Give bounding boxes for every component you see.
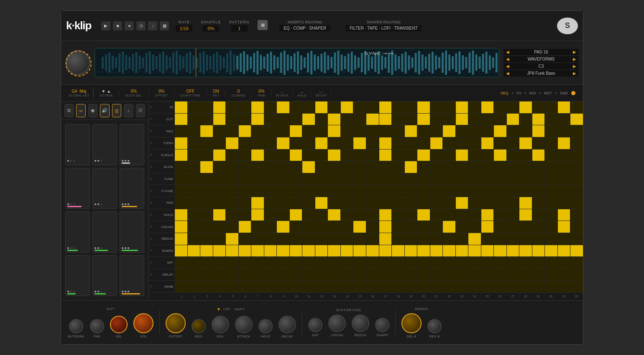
seq-cell-12-26[interactable]	[507, 245, 519, 257]
seq-cell-0-26[interactable]	[507, 101, 519, 113]
seq-cell-2-21[interactable]	[443, 125, 455, 137]
seq-cell-3-16[interactable]	[379, 137, 392, 149]
seq-cell-7-31[interactable]	[570, 185, 583, 197]
seq-cell-11-27[interactable]	[519, 233, 532, 245]
seq-cell-13-22[interactable]	[456, 257, 468, 269]
seq-cell-14-21[interactable]	[443, 269, 455, 281]
seq-cell-0-31[interactable]	[570, 101, 583, 113]
seq-cell-4-10[interactable]	[302, 150, 315, 161]
seq-cell-4-22[interactable]	[456, 150, 468, 161]
seq-cell-9-26[interactable]	[507, 209, 519, 221]
seq-cell-14-24[interactable]	[481, 269, 494, 281]
seq-cell-15-13[interactable]	[341, 281, 353, 292]
seq-cell-10-27[interactable]	[519, 221, 532, 233]
seq-cell-11-30[interactable]	[558, 233, 570, 245]
row-redux-x[interactable]: ✕	[150, 237, 152, 241]
seq-cell-8-0[interactable]	[175, 197, 187, 209]
seq-cell-14-26[interactable]	[507, 269, 519, 281]
seq-cell-1-23[interactable]	[468, 114, 481, 125]
seq-cell-10-6[interactable]	[251, 221, 264, 233]
seq-cell-4-1[interactable]	[188, 150, 200, 161]
seq-cell-15-16[interactable]	[379, 281, 392, 292]
seq-cell-4-27[interactable]	[519, 150, 532, 161]
seq-cell-12-2[interactable]	[200, 245, 213, 257]
seq-cell-1-4[interactable]	[226, 114, 238, 125]
sat-knob[interactable]	[308, 318, 322, 332]
seq-cell-4-28[interactable]	[532, 150, 545, 161]
seq-cell-0-8[interactable]	[277, 101, 289, 113]
seq-cell-6-26[interactable]	[507, 173, 519, 185]
seq-cell-13-19[interactable]	[417, 257, 430, 269]
seq-cell-10-12[interactable]	[328, 221, 340, 233]
seq-cell-10-22[interactable]	[456, 221, 468, 233]
seq-cell-12-5[interactable]	[239, 245, 251, 257]
seq-cell-7-25[interactable]	[494, 185, 506, 197]
pad-8[interactable]	[92, 211, 117, 253]
seq-cell-5-12[interactable]	[328, 161, 340, 173]
seq-cell-3-10[interactable]	[302, 137, 315, 149]
seq-cell-11-23[interactable]	[468, 233, 481, 245]
seq-cell-15-14[interactable]	[353, 281, 366, 292]
seq-cell-5-8[interactable]	[277, 161, 289, 173]
seq-cell-10-4[interactable]	[226, 221, 238, 233]
seq-cell-4-13[interactable]	[341, 150, 353, 161]
seq-cell-3-30[interactable]	[558, 137, 570, 149]
seq-cell-9-29[interactable]	[545, 209, 557, 221]
seq-cell-9-10[interactable]	[302, 209, 315, 221]
seq-cell-8-9[interactable]	[290, 197, 302, 209]
pad-5[interactable]	[92, 168, 117, 209]
seq-cell-12-16[interactable]	[379, 245, 392, 257]
seq-cell-2-28[interactable]	[532, 125, 545, 137]
seq-cell-5-26[interactable]	[507, 161, 519, 173]
seq-cell-11-9[interactable]	[290, 233, 302, 245]
pattern-btn[interactable]: ▦	[160, 21, 169, 30]
seq-cell-1-1[interactable]	[188, 114, 200, 125]
seq-cell-15-25[interactable]	[494, 281, 506, 292]
play-button[interactable]: ▶	[101, 21, 110, 30]
seq-cell-15-30[interactable]	[558, 281, 570, 292]
seq-cell-1-7[interactable]	[264, 114, 277, 125]
seq-cell-13-27[interactable]	[519, 257, 532, 269]
seq-cell-11-4[interactable]	[226, 233, 238, 245]
seq-cell-11-8[interactable]	[277, 233, 289, 245]
seq-cell-10-11[interactable]	[315, 221, 328, 233]
seq-cell-8-29[interactable]	[545, 197, 557, 209]
pad-name-row[interactable]: ◀ PAD 16 ▶	[503, 49, 579, 55]
pad-12[interactable]	[120, 255, 144, 297]
seq-cell-10-2[interactable]	[200, 221, 213, 233]
seq-cell-12-4[interactable]	[226, 245, 238, 257]
seq-cell-15-17[interactable]	[392, 281, 404, 292]
seq-cell-15-27[interactable]	[519, 281, 532, 292]
seq-cell-11-24[interactable]	[481, 233, 494, 245]
seq-cell-6-6[interactable]	[251, 173, 264, 185]
seq-cell-8-28[interactable]	[532, 197, 545, 209]
offset-value[interactable]: 0%	[158, 89, 164, 94]
seq-cell-5-13[interactable]	[341, 161, 353, 173]
seq-cell-12-23[interactable]	[468, 245, 481, 257]
seq-cell-15-24[interactable]	[481, 281, 494, 292]
seq-cell-13-2[interactable]	[200, 257, 213, 269]
seq-cell-15-8[interactable]	[277, 281, 289, 292]
seq-cell-7-27[interactable]	[519, 185, 532, 197]
waveforms-row[interactable]: ◀ WAVEFORMS ▶	[503, 56, 579, 62]
note-prev-arrow[interactable]: ◀	[506, 64, 509, 68]
seq-cell-8-13[interactable]	[341, 197, 353, 209]
copy-tool-button[interactable]: ⧉	[64, 104, 74, 117]
seq-cell-6-17[interactable]	[392, 173, 404, 185]
hold-value[interactable]: ...	[300, 89, 304, 94]
seq-cell-10-31[interactable]	[570, 221, 583, 233]
seq-cell-2-20[interactable]	[430, 125, 443, 137]
seq-cell-2-6[interactable]	[251, 125, 264, 137]
seq-cell-9-23[interactable]	[468, 209, 481, 221]
vel-knob[interactable]	[110, 316, 128, 333]
seq-cell-12-1[interactable]	[188, 245, 200, 257]
seq-cell-0-24[interactable]	[481, 101, 494, 113]
seq-cell-15-10[interactable]	[302, 281, 315, 292]
key-value[interactable]: ON	[213, 89, 219, 94]
seq-cell-8-6[interactable]	[251, 197, 264, 209]
seq-cell-10-14[interactable]	[353, 221, 366, 233]
pad-9[interactable]	[120, 211, 144, 253]
seq-cell-13-5[interactable]	[239, 257, 251, 269]
wave-prev-arrow[interactable]: ◀	[506, 57, 509, 61]
seq-cell-1-22[interactable]	[456, 114, 468, 125]
